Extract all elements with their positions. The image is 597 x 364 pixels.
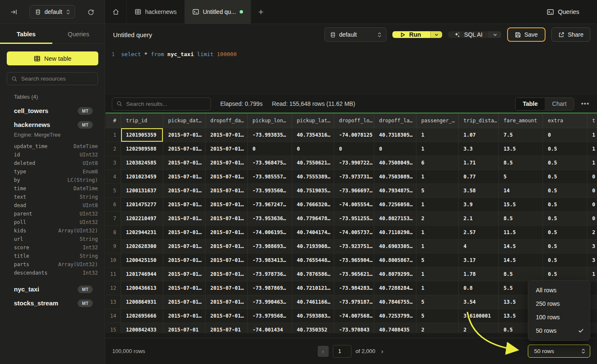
table-cell[interactable]: 1.07 [458,128,498,142]
row-number[interactable]: 3 [105,156,121,170]
table-cell[interactable]: 0 [247,142,292,156]
table-cell[interactable]: -73.951255… [334,211,374,225]
table-cell[interactable]: 2015-07-01… [163,239,205,253]
table-cell[interactable]: 40.7318305… [374,128,416,142]
schema-column[interactable]: typeEnum8 [14,167,98,176]
sql-ai-options-button[interactable] [489,31,501,38]
table-cell[interactable]: 2015-07-01… [163,156,205,170]
table-cell[interactable]: 14 [498,183,543,197]
table-cell[interactable]: 1200864931 [121,295,163,309]
tab-home[interactable] [105,0,127,24]
results-search-input[interactable] [126,101,206,107]
table-cell[interactable]: 0 [334,142,374,156]
table-cell[interactable]: 0.5 [543,253,587,267]
table-cell[interactable]: 40.7193908… [292,239,334,253]
table-row[interactable]: 712022104972015-07-01…2015-07-01…-73.953… [105,211,597,225]
schema-column[interactable]: timeDateTime [14,184,98,193]
column-header[interactable]: trip_dista… [458,113,498,128]
table-cell[interactable]: 1 [587,142,597,156]
column-header[interactable]: dropoff_da… [205,113,247,128]
page-size-select[interactable]: 50 rows [528,345,590,358]
table-cell[interactable]: 0.5 [543,197,587,211]
schema-column[interactable]: byLC(String) [14,176,98,184]
table-cell[interactable]: 1 [416,267,458,281]
row-number[interactable]: 11 [105,267,121,281]
table-cell[interactable]: -73.979568… [247,309,292,323]
row-number[interactable]: 12 [105,281,121,295]
row-number[interactable]: 14 [105,309,121,323]
table-cell[interactable]: 5 [498,170,543,183]
table-cell[interactable]: 0.5 [543,142,587,156]
table-cell[interactable]: 2.1 [458,211,498,225]
column-header[interactable]: dropoff_la… [374,113,416,128]
table-cell[interactable]: -73.965904… [334,253,374,267]
table-cell[interactable]: -73.985557… [247,170,292,183]
table-cell[interactable]: 1 [587,128,597,142]
schema-column[interactable]: urlString [14,235,98,243]
column-header[interactable]: pickup_lon… [247,113,292,128]
table-cell[interactable]: 1.78 [458,267,498,281]
table-cell[interactable]: 0 [374,142,416,156]
table-cell[interactable]: 0.5 [543,267,587,281]
column-header[interactable]: t [587,113,597,128]
table-cell[interactable]: 1202944231 [121,225,163,239]
sql-ai-button[interactable]: SQL AI [448,31,489,38]
table-cell[interactable]: 0.77 [458,170,498,183]
table-cell[interactable]: 2015-07-01… [163,267,205,281]
schema-column[interactable]: pollUInt32 [14,218,98,226]
row-number[interactable]: 10 [105,253,121,267]
page-number-input[interactable] [333,345,351,358]
table-cell[interactable]: 7.5 [498,128,543,142]
schema-column[interactable]: textString [14,193,98,201]
table-cell[interactable]: 2015-07-01… [205,253,247,267]
rows-menu-item[interactable]: 250 rows [528,297,590,310]
table-cell[interactable]: 2015-07-01… [163,142,205,156]
share-button[interactable]: Share [551,27,590,42]
schema-column[interactable]: deadUInt8 [14,201,98,210]
table-cell[interactable]: 3.6100001 [458,309,498,323]
table-cell[interactable]: 1 [587,156,597,170]
table-row[interactable]: 612014752772015-07-01…2015-07-01…-73.967… [105,197,597,211]
schema-column[interactable]: parentUInt32 [14,210,98,218]
table-cell[interactable]: 1 [416,170,458,183]
row-number[interactable]: 4 [105,170,121,183]
table-cell[interactable]: 15.5 [498,197,543,211]
table-cell[interactable]: 8.5 [498,211,543,225]
database-selector[interactable]: default [30,5,75,19]
row-number[interactable]: 6 [105,197,121,211]
schema-column[interactable]: idUInt32 [14,151,98,159]
table-cell[interactable]: 1.71 [458,156,498,170]
column-header[interactable]: # [105,113,121,128]
table-cell[interactable]: 40.7876586… [292,267,334,281]
run-options-button[interactable] [430,31,442,38]
table-cell[interactable]: 40.8005867… [374,253,416,267]
table-cell[interactable]: -73.966697… [334,183,374,197]
schema-column[interactable]: descendantsInt32 [14,269,98,277]
table-cell[interactable]: 3 [587,239,597,253]
table-cell[interactable]: -74.001434 [247,323,292,333]
next-page-button[interactable]: › [380,348,385,355]
table-cell[interactable]: 6 [416,156,458,170]
row-number[interactable]: 7 [105,211,121,225]
table-row[interactable]: 412010234592015-07-01…2015-07-01…-73.985… [105,170,597,183]
table-cell[interactable]: 3.9 [458,197,498,211]
sidebar-collapse-icon[interactable] [8,7,19,17]
table-cell[interactable]: -73.987869… [247,281,292,295]
run-button[interactable]: Run [392,31,430,38]
table-cell[interactable]: 40.7350352 [292,323,334,333]
table-row[interactable]: 1412026956662015-07-01…2015-07-01…-73.97… [105,309,597,323]
toggle-table[interactable]: Table [516,98,545,110]
row-number[interactable]: 1 [105,128,121,142]
table-cell[interactable]: 0 [587,170,597,183]
table-cell[interactable]: 40.7550621… [292,156,334,170]
table-cell[interactable]: -73.967247… [247,197,292,211]
table-cell[interactable]: -73.979187… [334,295,374,309]
table-cell[interactable]: 40.7110290… [374,225,416,239]
schema-column[interactable]: partsArray(UInt32) [14,260,98,269]
table-cell[interactable]: 1 [416,239,458,253]
table-cell[interactable]: -73.965621… [334,267,374,281]
table-cell[interactable]: 40.7253799… [374,309,416,323]
schema-column[interactable]: update_timeDateTime [14,142,98,151]
table-cell[interactable]: -73.978736… [247,267,292,281]
table-cell[interactable]: 2015-07-01… [163,183,205,197]
